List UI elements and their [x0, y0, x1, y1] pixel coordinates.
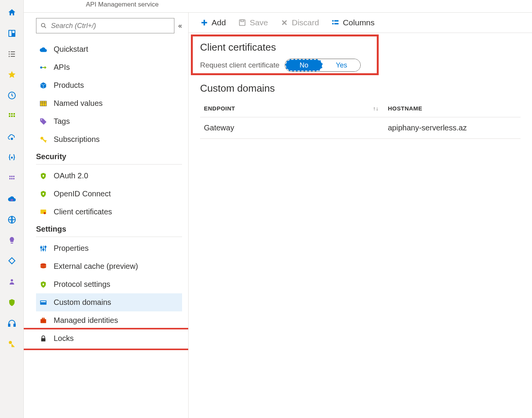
search-input-wrapper[interactable]	[36, 18, 174, 33]
save-button[interactable]: Save	[238, 18, 268, 27]
left-rail	[0, 0, 24, 418]
menu-item-custom-domains[interactable]: Custom domains	[36, 293, 182, 311]
menu-item-locks[interactable]: Locks	[36, 329, 182, 347]
menu-label: Tags	[54, 117, 70, 126]
menu-label: Custom domains	[54, 298, 111, 307]
menu-item-apis[interactable]: APIs	[36, 58, 182, 76]
grid-icon[interactable]	[7, 111, 17, 121]
diamond-icon[interactable]	[7, 256, 17, 266]
columns-button[interactable]: Columns	[331, 18, 374, 27]
svg-point-27	[11, 279, 13, 281]
search-icon	[40, 22, 47, 29]
table-icon	[39, 99, 48, 108]
sort-icon[interactable]: ↑↓	[373, 105, 379, 112]
bulb-icon[interactable]	[7, 235, 17, 245]
save-label: Save	[250, 18, 268, 27]
menu-item-quickstart[interactable]: Quickstart	[36, 40, 182, 58]
svg-point-3	[8, 51, 10, 53]
svg-rect-66	[335, 23, 339, 25]
svg-point-7	[8, 56, 10, 57]
cache-icon	[39, 262, 48, 271]
menu-label: Quickstart	[54, 45, 88, 54]
svg-rect-13	[9, 115, 10, 117]
svg-rect-4	[11, 51, 15, 52]
menu-item-subscriptions[interactable]: Subscriptions	[36, 130, 182, 148]
svg-rect-12	[13, 113, 15, 115]
svg-rect-40	[43, 193, 44, 195]
shield-icon	[39, 280, 48, 289]
menu-item-openid[interactable]: OpenID Connect	[36, 185, 182, 203]
lock-icon	[39, 334, 48, 343]
menu-item-protocol[interactable]: Protocol settings	[36, 275, 182, 293]
menu-item-products[interactable]: Products	[36, 76, 182, 94]
svg-point-21	[9, 178, 11, 179]
briefcase-icon	[39, 316, 48, 325]
apis-icon	[39, 63, 48, 72]
svg-rect-11	[11, 113, 13, 115]
svg-point-50	[41, 266, 46, 268]
shield-icon	[39, 190, 48, 198]
globe-icon[interactable]	[7, 215, 17, 225]
dashboard-icon[interactable]	[7, 28, 17, 38]
svg-point-48	[45, 246, 46, 247]
menu-item-oauth[interactable]: OAuth 2.0	[36, 167, 182, 185]
home-icon[interactable]	[7, 8, 17, 18]
table-row[interactable]: Gateway apiphany-serverless.az	[200, 117, 521, 139]
section-security: Security	[36, 148, 182, 165]
shield-icon	[39, 172, 48, 180]
svg-rect-28	[8, 324, 10, 326]
cell-endpoint: Gateway	[204, 123, 388, 132]
svg-point-38	[41, 137, 43, 139]
star-icon[interactable]	[7, 70, 17, 80]
menu-label: Client certificates	[54, 207, 112, 216]
svg-point-16	[11, 138, 13, 140]
save-icon	[238, 18, 246, 27]
menu-item-managed-identities[interactable]: Managed identities	[36, 311, 182, 329]
menu-item-tags[interactable]: Tags	[36, 112, 182, 130]
svg-rect-53	[41, 301, 46, 302]
add-button[interactable]: Add	[200, 18, 226, 27]
braces-icon[interactable]	[7, 153, 17, 163]
cloud-delete-icon[interactable]	[7, 194, 17, 204]
svg-point-37	[41, 119, 42, 120]
menu-item-properties[interactable]: Properties	[36, 239, 182, 257]
svg-point-22	[11, 178, 13, 179]
headset-icon[interactable]	[7, 318, 17, 328]
collapse-chevron-icon[interactable]: «	[178, 22, 182, 30]
svg-rect-54	[41, 319, 46, 323]
discard-button[interactable]: Discard	[280, 18, 319, 27]
close-icon	[280, 18, 289, 27]
menu-label: APIs	[54, 63, 70, 72]
list-icon[interactable]	[7, 49, 17, 59]
key-rail-icon[interactable]	[7, 339, 17, 349]
svg-rect-6	[11, 54, 15, 54]
resource-menu: « Quickstart APIs Products	[24, 13, 189, 418]
highlight-client-certs	[191, 35, 379, 75]
menu-item-named-values[interactable]: Named values	[36, 94, 182, 112]
svg-rect-14	[11, 115, 13, 117]
svg-point-30	[9, 341, 12, 344]
menu-item-client-certs[interactable]: Client certificates	[36, 203, 182, 221]
svg-rect-52	[40, 300, 47, 304]
cluster-icon[interactable]	[7, 173, 17, 183]
menu-label: OpenID Connect	[54, 189, 111, 198]
svg-rect-24	[11, 199, 13, 201]
svg-point-20	[13, 176, 15, 177]
cert-icon	[39, 208, 48, 216]
col-hostname-label[interactable]: HOSTNAME	[388, 105, 517, 112]
plus-icon	[200, 18, 209, 27]
shield-rail-icon[interactable]	[7, 298, 17, 308]
svg-rect-51	[43, 283, 44, 285]
col-endpoint-label[interactable]: ENDPOINT	[204, 105, 235, 112]
svg-point-31	[41, 23, 45, 27]
search-input[interactable]	[51, 22, 170, 30]
menu-item-external-cache[interactable]: External cache (preview)	[36, 257, 182, 275]
svg-point-19	[11, 176, 13, 177]
cloud-icon	[39, 45, 48, 54]
svg-point-18	[9, 176, 11, 177]
menu-label: Named values	[54, 99, 103, 108]
clock-icon[interactable]	[7, 91, 17, 100]
menu-label: OAuth 2.0	[54, 171, 88, 180]
users-icon[interactable]	[7, 277, 17, 287]
cloud-user-icon[interactable]	[7, 132, 17, 142]
